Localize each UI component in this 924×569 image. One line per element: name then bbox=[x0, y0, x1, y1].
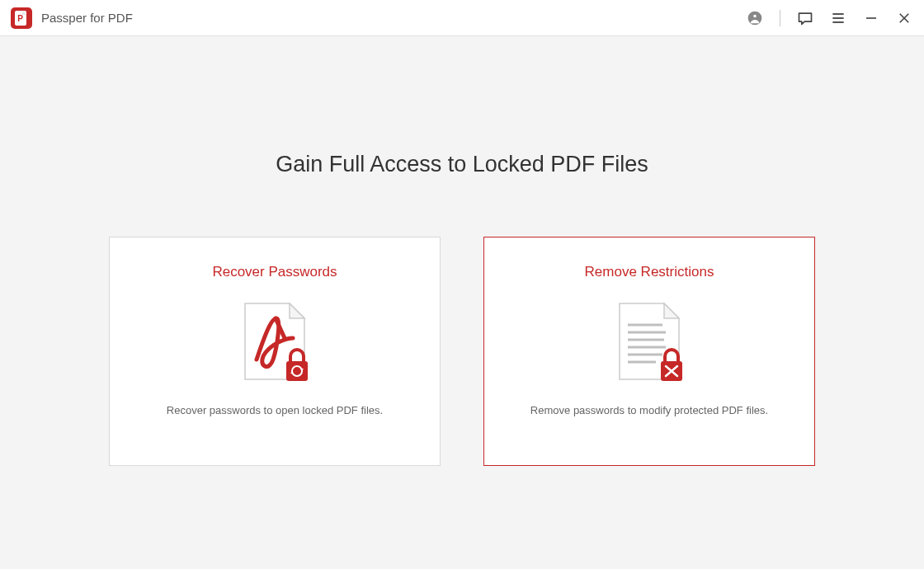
pdf-lock-sync-icon bbox=[240, 302, 309, 384]
divider bbox=[780, 10, 780, 26]
card-description: Remove passwords to modify protected PDF… bbox=[530, 404, 768, 416]
recover-passwords-card[interactable]: Recover Passwords bbox=[109, 237, 441, 466]
svg-point-4 bbox=[752, 13, 757, 17]
menu-icon[interactable] bbox=[830, 10, 846, 26]
svg-rect-11 bbox=[286, 361, 308, 381]
minimize-icon[interactable] bbox=[863, 10, 879, 26]
close-icon[interactable] bbox=[896, 10, 912, 26]
doc-lock-remove-icon bbox=[615, 302, 684, 384]
titlebar-left: P Passper for PDF bbox=[10, 7, 133, 30]
titlebar-right bbox=[747, 10, 912, 26]
card-title: Recover Passwords bbox=[212, 264, 337, 280]
remove-restrictions-card[interactable]: Remove Restrictions bbox=[483, 237, 815, 466]
feedback-icon[interactable] bbox=[797, 10, 813, 26]
app-title: Passper for PDF bbox=[41, 11, 133, 25]
main-content: Gain Full Access to Locked PDF Files Rec… bbox=[0, 36, 924, 466]
app-logo-icon: P bbox=[10, 7, 33, 30]
card-description: Recover passwords to open locked PDF fil… bbox=[167, 404, 383, 416]
account-icon[interactable] bbox=[747, 10, 763, 26]
option-cards: Recover Passwords bbox=[109, 237, 815, 466]
page-headline: Gain Full Access to Locked PDF Files bbox=[276, 152, 648, 177]
titlebar: P Passper for PDF bbox=[0, 0, 924, 36]
svg-text:P: P bbox=[17, 14, 23, 23]
card-title: Remove Restrictions bbox=[585, 264, 714, 280]
